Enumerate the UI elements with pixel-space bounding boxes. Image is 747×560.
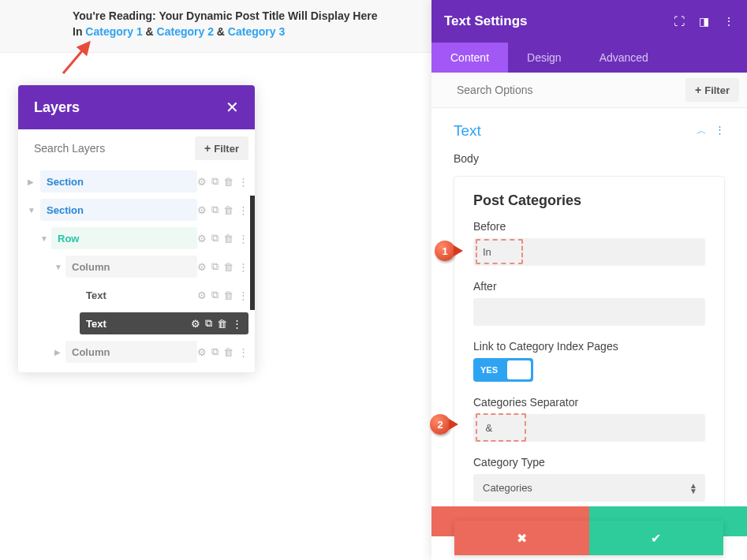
layers-panel: Layers ✕ +Filter ▶ Section ⚙⧉🗑⋮ ▼ Sectio…: [18, 85, 255, 372]
trash-icon[interactable]: 🗑: [223, 204, 233, 216]
gear-icon[interactable]: ⚙: [197, 204, 207, 216]
gear-icon[interactable]: ⚙: [197, 346, 207, 358]
trash-icon[interactable]: 🗑: [223, 176, 233, 188]
filter-label: Filter: [704, 84, 730, 96]
before-input[interactable]: [473, 238, 705, 266]
type-select[interactable]: Categories: [473, 474, 705, 502]
section-actions: ︿ ⋮: [697, 124, 725, 138]
after-label: After: [473, 280, 705, 293]
collapse-icon[interactable]: ▼: [54, 263, 65, 271]
dots-icon[interactable]: ⋮: [715, 124, 725, 138]
separator-label: Categories Separator: [473, 396, 705, 409]
expand-icon[interactable]: ▶: [28, 177, 39, 186]
gear-icon[interactable]: ⚙: [191, 318, 200, 330]
check-icon: ✔: [651, 531, 661, 546]
layer-column-1[interactable]: ▼ Column ⚙⧉🗑⋮: [18, 252, 255, 281]
layer-label: Text: [86, 318, 106, 330]
dots-icon[interactable]: ⋮: [232, 318, 242, 330]
duplicate-icon[interactable]: ⧉: [211, 345, 218, 358]
dots-icon[interactable]: ⋮: [238, 204, 248, 216]
link-field: Link to Category Index Pages YES: [473, 340, 705, 382]
layer-actions: ⚙⧉🗑⋮: [191, 317, 242, 330]
save-button[interactable]: ✔: [589, 521, 724, 555]
preview-category-3[interactable]: Category 3: [228, 25, 285, 38]
collapse-icon[interactable]: ▼: [40, 234, 51, 243]
dock-icon[interactable]: ◨: [699, 15, 709, 28]
trash-icon[interactable]: 🗑: [217, 318, 227, 330]
dots-icon[interactable]: ⋮: [238, 346, 248, 358]
tab-advanced[interactable]: Advanced: [581, 43, 667, 73]
layer-label: Row: [58, 233, 79, 245]
layer-text-1[interactable]: ▶ Text ⚙⧉🗑⋮: [18, 281, 255, 309]
gear-icon[interactable]: ⚙: [197, 261, 207, 273]
close-icon: ✖: [517, 531, 527, 546]
layers-tree: ▶ Section ⚙⧉🗑⋮ ▼ Section ⚙⧉🗑⋮ ▼ Row ⚙⧉🗑⋮…: [18, 167, 255, 372]
layers-filter-button[interactable]: +Filter: [195, 136, 248, 160]
layer-section-1[interactable]: ▶ Section ⚙⧉🗑⋮: [18, 167, 255, 196]
trash-icon[interactable]: 🗑: [223, 233, 233, 245]
dots-icon[interactable]: ⋮: [723, 15, 734, 28]
layer-text-2-active[interactable]: ▶ Text ⚙⧉🗑⋮: [18, 309, 255, 338]
settings-header: Text Settings ⛶ ◨ ⋮: [431, 0, 747, 43]
layer-section-2[interactable]: ▼ Section ⚙⧉🗑⋮: [18, 196, 255, 224]
expand-icon[interactable]: ▶: [54, 348, 65, 357]
duplicate-icon[interactable]: ⧉: [211, 232, 218, 245]
gear-icon[interactable]: ⚙: [197, 233, 207, 245]
duplicate-icon[interactable]: ⧉: [205, 317, 212, 330]
link-toggle[interactable]: YES: [473, 358, 533, 382]
layers-search-input[interactable]: [31, 136, 189, 161]
dots-icon[interactable]: ⋮: [238, 261, 248, 273]
duplicate-icon[interactable]: ⧉: [211, 175, 218, 188]
layer-label: Column: [72, 346, 110, 358]
layers-title: Layers: [34, 99, 80, 116]
layer-actions: ⚙⧉🗑⋮: [197, 260, 248, 273]
preview-category-2[interactable]: Category 2: [157, 25, 214, 38]
cancel-button[interactable]: ✖: [454, 521, 589, 555]
before-field: Before: [473, 220, 705, 266]
layer-actions: ⚙⧉🗑⋮: [197, 345, 248, 358]
layer-actions: ⚙⧉🗑⋮: [197, 203, 248, 216]
expand-icon[interactable]: ⛶: [674, 15, 685, 28]
layer-label: Text: [86, 289, 106, 301]
layers-header: Layers ✕: [18, 85, 255, 129]
close-icon[interactable]: ✕: [226, 98, 239, 117]
chevron-up-icon[interactable]: ︿: [697, 124, 707, 138]
before-label: Before: [473, 220, 705, 233]
separator-input[interactable]: [473, 414, 705, 442]
settings-filter-button[interactable]: +Filter: [685, 78, 739, 102]
trash-icon[interactable]: 🗑: [223, 261, 233, 273]
duplicate-icon[interactable]: ⧉: [211, 260, 218, 273]
tab-content[interactable]: Content: [431, 43, 508, 73]
dots-icon[interactable]: ⋮: [238, 289, 248, 301]
separator-field: Categories Separator: [473, 396, 705, 442]
plus-icon: +: [695, 84, 701, 96]
settings-search-row: +Filter: [431, 73, 747, 108]
filter-label: Filter: [214, 143, 239, 155]
layer-actions: ⚙⧉🗑⋮: [197, 232, 248, 245]
layer-row-1[interactable]: ▼ Row ⚙⧉🗑⋮: [18, 224, 255, 252]
layer-actions: ⚙⧉🗑⋮: [197, 175, 248, 188]
trash-icon[interactable]: 🗑: [223, 289, 233, 301]
settings-panel: Text Settings ⛶ ◨ ⋮ Content Design Advan…: [431, 0, 747, 560]
gear-icon[interactable]: ⚙: [197, 289, 207, 301]
plus-icon: +: [204, 142, 211, 155]
preview-before-text: In: [73, 25, 85, 38]
layers-search-row: +Filter: [18, 129, 255, 167]
gear-icon[interactable]: ⚙: [197, 176, 207, 188]
duplicate-icon[interactable]: ⧉: [211, 289, 218, 301]
settings-title: Text Settings: [444, 13, 527, 29]
duplicate-icon[interactable]: ⧉: [211, 203, 218, 216]
type-field: Category Type Categories ▲▼: [473, 456, 705, 502]
layer-column-2[interactable]: ▶ Column ⚙⧉🗑⋮: [18, 338, 255, 366]
preview-category-1[interactable]: Category 1: [85, 25, 142, 38]
trash-icon[interactable]: 🗑: [223, 346, 233, 358]
collapse-icon[interactable]: ▼: [28, 206, 39, 215]
dots-icon[interactable]: ⋮: [238, 233, 248, 245]
tab-design[interactable]: Design: [508, 43, 581, 73]
after-input[interactable]: [473, 298, 705, 326]
dots-icon[interactable]: ⋮: [238, 176, 248, 188]
settings-tabs: Content Design Advanced: [431, 43, 747, 73]
body-label: Body: [431, 147, 747, 176]
settings-search-input[interactable]: [454, 77, 685, 103]
type-label: Category Type: [473, 456, 705, 469]
